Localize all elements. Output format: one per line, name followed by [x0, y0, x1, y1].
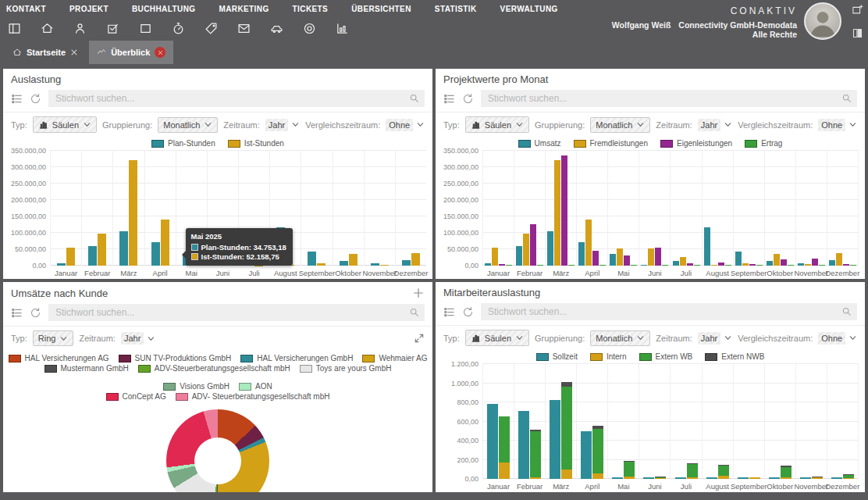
new-window-icon[interactable] — [852, 4, 863, 16]
bar-group-februar[interactable]: Februar — [514, 364, 545, 479]
refresh-icon[interactable] — [30, 93, 41, 105]
bar-group-mai[interactable]: Mai — [607, 364, 639, 479]
legend-item[interactable]: Fremdleistungen — [574, 139, 648, 148]
ring-chart[interactable] — [166, 409, 269, 492]
typ-select[interactable]: Säulen — [33, 116, 97, 133]
legend-item[interactable]: Umsatz — [518, 139, 561, 148]
legend-item[interactable]: ConCept AG — [106, 392, 166, 401]
legend-item[interactable]: Toys are yours GmbH — [300, 364, 392, 373]
nav-item-übersichten[interactable]: ÜBERSICHTEN — [351, 5, 411, 13]
add-widget-icon[interactable] — [412, 287, 425, 299]
list-view-icon[interactable] — [443, 93, 455, 105]
nav-item-projekt[interactable]: PROJEKT — [69, 5, 108, 13]
bar-group-märz[interactable]: März — [545, 364, 576, 479]
bar-group-oktober[interactable]: Oktober — [333, 151, 364, 266]
legend-item[interactable]: Ist-Stunden — [228, 139, 284, 148]
list-view-icon[interactable] — [443, 306, 455, 318]
legend-item[interactable]: SUN TV-Produktions GmbH — [119, 354, 232, 362]
list-view-icon[interactable] — [11, 307, 23, 319]
bar-group-september[interactable]: September — [733, 364, 764, 479]
vergleich-select[interactable]: Ohne — [386, 119, 425, 131]
bar-group-april[interactable]: April — [144, 151, 176, 266]
vergleich-select[interactable]: Ohne — [818, 119, 857, 131]
search-input[interactable] — [48, 90, 425, 107]
bar-group-februar[interactable]: Februar — [81, 151, 112, 266]
avatar[interactable] — [804, 2, 841, 40]
legend-item[interactable]: HAL Versicherungen GmbH — [240, 354, 353, 362]
tab-startseite[interactable]: Startseite — [5, 41, 86, 64]
bar-group-november[interactable]: November — [795, 151, 827, 266]
tasks-icon[interactable] — [106, 22, 119, 35]
bar-group-januar[interactable]: Januar — [482, 364, 514, 479]
bar-group-juli[interactable]: Juli — [670, 364, 701, 479]
stopwatch-icon[interactable] — [172, 22, 185, 35]
bar-group-oktober[interactable]: Oktober — [764, 151, 795, 266]
bar-group-mai[interactable]: Mai — [607, 151, 639, 266]
refresh-icon[interactable] — [30, 307, 41, 319]
home-icon[interactable] — [41, 22, 54, 35]
bar-group-oktober[interactable]: Oktober — [764, 364, 795, 479]
bar-group-juni[interactable]: Juni — [639, 151, 670, 266]
bar-group-juni[interactable]: Juni — [639, 364, 670, 479]
tag-icon[interactable] — [205, 22, 218, 35]
typ-select[interactable]: Ring — [33, 330, 74, 346]
bar-group-januar[interactable]: Januar — [50, 151, 81, 266]
mail-icon[interactable] — [237, 22, 251, 35]
legend-item[interactable]: AON — [239, 382, 272, 391]
bar-group-april[interactable]: April — [576, 151, 607, 266]
bar-group-dezember[interactable]: Dezember — [827, 364, 859, 479]
bar-group-dezember[interactable]: Dezember — [827, 151, 859, 266]
bar-group-september[interactable]: September — [733, 151, 764, 266]
vergleich-select[interactable]: Ohne — [818, 332, 857, 345]
legend-item[interactable]: Ertrag — [745, 139, 782, 148]
list-view-icon[interactable] — [11, 93, 23, 105]
typ-select[interactable]: Säulen — [465, 330, 529, 346]
bar-group-märz[interactable]: März — [545, 151, 576, 266]
refresh-icon[interactable] — [462, 306, 474, 318]
legend-item[interactable]: Plan-Stunden — [151, 139, 215, 148]
bar-group-märz[interactable]: März — [112, 151, 144, 266]
bar-group-august[interactable]: August — [702, 151, 733, 266]
sidebar-toggle-icon[interactable] — [8, 22, 21, 35]
zeitraum-select[interactable]: Jahr — [121, 332, 155, 345]
nav-item-marketing[interactable]: MARKETING — [219, 5, 269, 13]
zeitraum-select[interactable]: Jahr — [698, 119, 732, 131]
bar-group-november[interactable]: November — [795, 364, 827, 479]
bar-group-august[interactable]: August — [702, 364, 733, 479]
legend-item[interactable]: Visions GmbH — [163, 382, 229, 391]
bar-group-dezember[interactable]: Dezember — [395, 151, 426, 266]
legend-item[interactable]: Sollzeit — [536, 352, 578, 361]
legend-item[interactable]: ADV-Steuerberatungsgesellschaft mbH — [138, 364, 290, 373]
gruppierung-select[interactable]: Monatlich — [590, 330, 650, 346]
zeitraum-select[interactable]: Jahr — [698, 332, 732, 345]
tab-ueberblick[interactable]: Überblick — [89, 41, 173, 64]
nav-item-verwaltung[interactable]: VERWALTUNG — [500, 5, 558, 13]
gruppierung-select[interactable]: Monatlich — [158, 117, 218, 133]
legend-item[interactable]: Wehmaier AG — [362, 354, 427, 362]
contacts-icon[interactable] — [73, 22, 87, 35]
nav-item-buchhaltung[interactable]: BUCHHALTUNG — [132, 5, 195, 13]
legend-item[interactable]: Extern NWB — [705, 352, 764, 361]
nav-item-kontakt[interactable]: KONTAKT — [6, 5, 46, 13]
close-icon[interactable] — [70, 48, 78, 56]
bar-group-juli[interactable]: Juli — [670, 151, 701, 266]
legend-item[interactable]: Intern — [590, 352, 627, 361]
search-input[interactable] — [481, 303, 857, 320]
expand-icon[interactable] — [414, 333, 425, 344]
bar-group-februar[interactable]: Februar — [514, 151, 545, 266]
layout-columns-icon[interactable] — [852, 27, 863, 39]
search-input[interactable] — [48, 304, 425, 321]
legend-item[interactable]: Mustermann GmbH — [44, 364, 129, 373]
gruppierung-select[interactable]: Monatlich — [590, 117, 650, 133]
finance-icon[interactable] — [303, 22, 316, 35]
search-input[interactable] — [481, 90, 857, 107]
legend-item[interactable]: HAL Versicherungen AG — [9, 354, 109, 362]
refresh-icon[interactable] — [462, 93, 474, 105]
legend-item[interactable]: ADV- Steuerberatungsgesellschaft mbH — [176, 392, 330, 401]
legend-item[interactable]: Extern WB — [639, 352, 693, 361]
vehicle-icon[interactable] — [270, 22, 283, 35]
nav-item-tickets[interactable]: TICKETS — [293, 5, 329, 13]
zeitraum-select[interactable]: Jahr — [265, 119, 300, 131]
typ-select[interactable]: Säulen — [465, 116, 529, 133]
close-tab-button[interactable] — [155, 47, 165, 58]
